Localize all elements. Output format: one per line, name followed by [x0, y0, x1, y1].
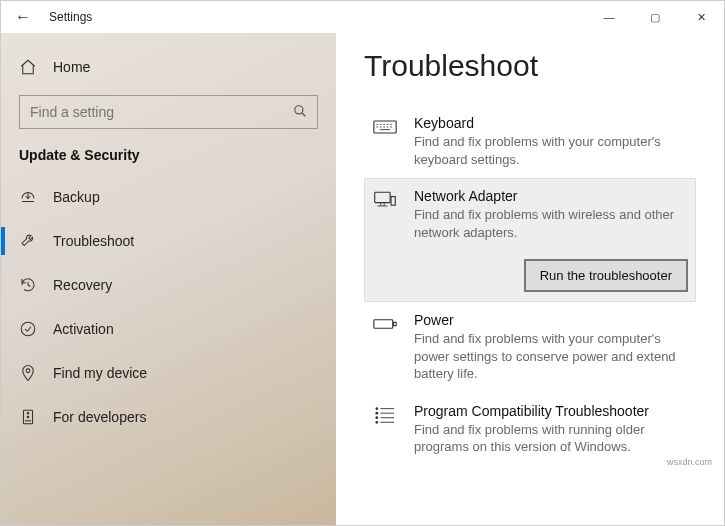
run-troubleshooter-button[interactable]: Run the troubleshooter — [524, 259, 688, 292]
for-developers-icon — [19, 408, 37, 426]
sidebar-item-recovery[interactable]: Recovery — [1, 263, 336, 307]
sidebar-item-find-my-device[interactable]: Find my device — [1, 351, 336, 395]
svg-rect-24 — [374, 320, 393, 329]
sidebar: Home Update & Security Backup Troublesho… — [1, 33, 336, 525]
troubleshooter-desc: Find and fix problems with running older… — [414, 421, 688, 456]
sidebar-item-label: For developers — [53, 409, 146, 425]
keyboard-icon — [372, 115, 398, 168]
home-icon — [19, 58, 37, 76]
svg-point-28 — [375, 412, 378, 415]
troubleshooter-title: Program Compatibility Troubleshooter — [414, 403, 688, 419]
troubleshoot-icon — [19, 232, 37, 250]
titlebar: ← Settings — ▢ ✕ — [1, 1, 724, 33]
find-my-device-icon — [19, 364, 37, 382]
program-compatibility-icon — [372, 403, 398, 456]
maximize-button[interactable]: ▢ — [632, 1, 678, 33]
close-button[interactable]: ✕ — [678, 1, 724, 33]
svg-point-5 — [27, 413, 29, 415]
troubleshooter-power[interactable]: Power Find and fix problems with your co… — [364, 302, 696, 393]
minimize-button[interactable]: — — [586, 1, 632, 33]
section-header: Update & Security — [1, 141, 336, 175]
network-adapter-icon — [372, 188, 398, 292]
sidebar-item-label: Recovery — [53, 277, 112, 293]
backup-icon — [19, 188, 37, 206]
svg-point-6 — [27, 416, 29, 418]
power-icon — [372, 312, 398, 383]
sidebar-item-label: Activation — [53, 321, 114, 337]
sidebar-item-troubleshoot[interactable]: Troubleshoot — [1, 219, 336, 263]
svg-rect-25 — [394, 322, 397, 325]
nav-home[interactable]: Home — [1, 47, 336, 87]
main-pane: Troubleshoot Keyboard Find and fix probl… — [336, 33, 724, 525]
svg-point-0 — [295, 105, 303, 113]
sidebar-item-label: Troubleshoot — [53, 233, 134, 249]
svg-point-2 — [21, 322, 35, 336]
troubleshooter-desc: Find and fix problems with your computer… — [414, 330, 688, 383]
nav-home-label: Home — [53, 59, 90, 75]
troubleshooter-program-compatibility[interactable]: Program Compatibility Troubleshooter Fin… — [364, 393, 696, 466]
troubleshooter-desc: Find and fix problems with wireless and … — [414, 206, 688, 241]
search-field[interactable] — [30, 104, 293, 120]
svg-rect-23 — [391, 197, 395, 206]
page-heading: Troubleshoot — [364, 49, 696, 83]
recovery-icon — [19, 276, 37, 294]
sidebar-item-backup[interactable]: Backup — [1, 175, 336, 219]
svg-point-32 — [375, 421, 378, 424]
troubleshooter-title: Power — [414, 312, 688, 328]
troubleshooter-desc: Find and fix problems with your computer… — [414, 133, 688, 168]
svg-line-1 — [302, 112, 306, 116]
troubleshooter-title: Keyboard — [414, 115, 688, 131]
window-title: Settings — [49, 10, 92, 24]
search-input[interactable] — [19, 95, 318, 129]
troubleshooter-keyboard[interactable]: Keyboard Find and fix problems with your… — [364, 105, 696, 178]
svg-point-30 — [375, 416, 378, 419]
svg-rect-19 — [375, 192, 390, 202]
activation-icon — [19, 320, 37, 338]
svg-point-3 — [26, 369, 30, 373]
sidebar-item-label: Find my device — [53, 365, 147, 381]
troubleshooter-title: Network Adapter — [414, 188, 688, 204]
sidebar-item-activation[interactable]: Activation — [1, 307, 336, 351]
sidebar-item-for-developers[interactable]: For developers — [1, 395, 336, 439]
troubleshooter-network-adapter[interactable]: Network Adapter Find and fix problems wi… — [364, 178, 696, 302]
sidebar-item-label: Backup — [53, 189, 100, 205]
watermark: wsxdn.com — [667, 457, 712, 467]
back-button[interactable]: ← — [1, 1, 45, 33]
search-icon — [293, 104, 307, 121]
svg-point-26 — [375, 407, 378, 410]
